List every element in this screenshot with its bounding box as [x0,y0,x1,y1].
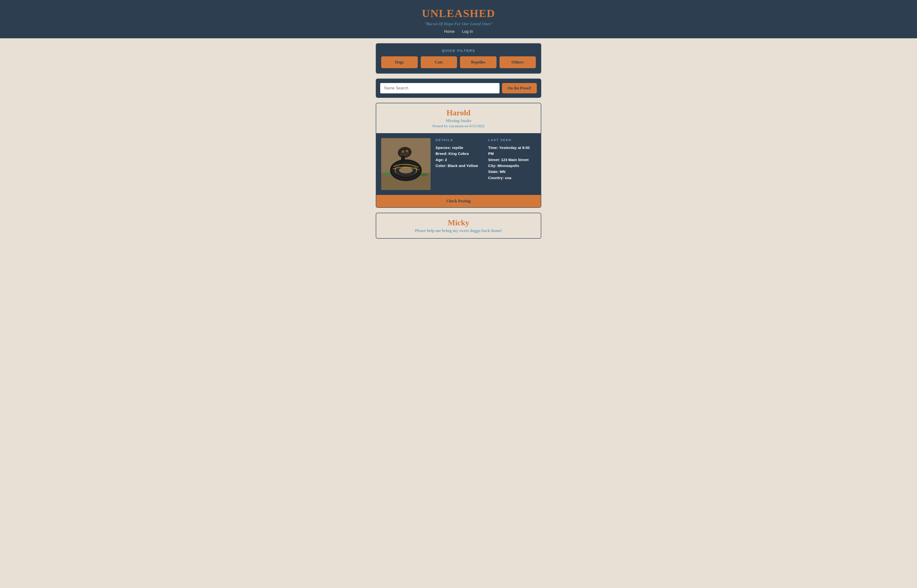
svg-point-14 [407,150,408,152]
main-content: QUICK FILTERS Dogs Cats Reptiles Others … [372,38,545,249]
last-seen-state-harold: State: MN [488,169,533,174]
svg-point-12 [402,151,404,152]
pet-image-harold [381,138,431,190]
pet-card-body-harold: DETAILS Species: reptile Breed: King Cob… [376,133,541,195]
last-seen-street-harold: Street: 123 Main Street [488,157,533,163]
pet-status-harold: Missing Snake [381,118,536,123]
filter-cats-button[interactable]: Cats [421,57,457,68]
check-posting-footer-harold[interactable]: Check Posting [376,195,541,207]
details-title-harold: DETAILS [436,138,481,142]
pet-tagline-micky: Please help me bring my sweet doggo back… [381,228,536,233]
search-button[interactable]: On the Prowl! [502,83,537,94]
filter-reptiles-button[interactable]: Reptiles [460,57,497,68]
pet-card-micky: Micky Please help me bring my sweet dogg… [376,213,541,239]
last-seen-city-harold: City: Minneapolis [488,163,533,169]
last-seen-time-harold: Time: Yesterday at 8:00 PM [488,145,533,157]
main-nav: Home Log In [5,29,912,34]
filter-dogs-button[interactable]: Dogs [381,57,418,68]
last-seen-title-harold: LAST SEEN [488,138,533,142]
filter-others-button[interactable]: Others [499,57,536,68]
pet-name-micky: Micky [381,218,536,227]
detail-age-harold: Age: 2 [436,157,481,163]
filter-buttons-group: Dogs Cats Reptiles Others [381,57,536,68]
quick-filters-title: QUICK FILTERS [381,48,536,53]
pet-card-harold: Harold Missing Snake Posted by yayaman o… [376,103,541,208]
pet-card-header-harold: Harold Missing Snake Posted by yayaman o… [376,103,541,133]
pet-last-seen-harold: LAST SEEN Time: Yesterday at 8:00 PM Str… [486,138,536,181]
pet-posted-harold: Posted by yayaman on 6/15/2022 [381,124,536,128]
nav-home[interactable]: Home [444,29,455,34]
site-subtitle: "Bacon Of Hope For Our Loved Ones" [5,21,912,26]
pet-details-harold: DETAILS Species: reptile Breed: King Cob… [431,138,486,169]
detail-breed-harold: Breed: King Cobra [436,151,481,157]
last-seen-country-harold: Country: usa [488,175,533,181]
pet-name-harold: Harold [381,108,536,117]
nav-login[interactable]: Log In [462,29,473,34]
quick-filters-card: QUICK FILTERS Dogs Cats Reptiles Others [376,43,541,74]
detail-species-harold: Species: reptile [436,145,481,151]
check-posting-button-harold[interactable]: Check Posting [380,199,537,204]
search-card: On the Prowl! [376,79,541,98]
site-header: UNLEASHED "Bacon Of Hope For Our Loved O… [0,0,917,38]
site-title: UNLEASHED [5,7,912,20]
detail-color-harold: Color: Black and Yellow [436,163,481,169]
pet-card-header-micky: Micky Please help me bring my sweet dogg… [376,213,541,238]
search-input[interactable] [380,83,499,94]
